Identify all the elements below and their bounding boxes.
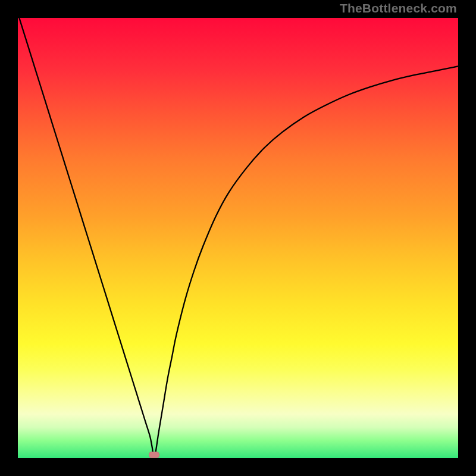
curve-path (18, 14, 458, 459)
chart-frame: TheBottleneck.com (0, 0, 476, 476)
bottleneck-curve (0, 0, 476, 476)
optimum-marker (149, 452, 159, 458)
